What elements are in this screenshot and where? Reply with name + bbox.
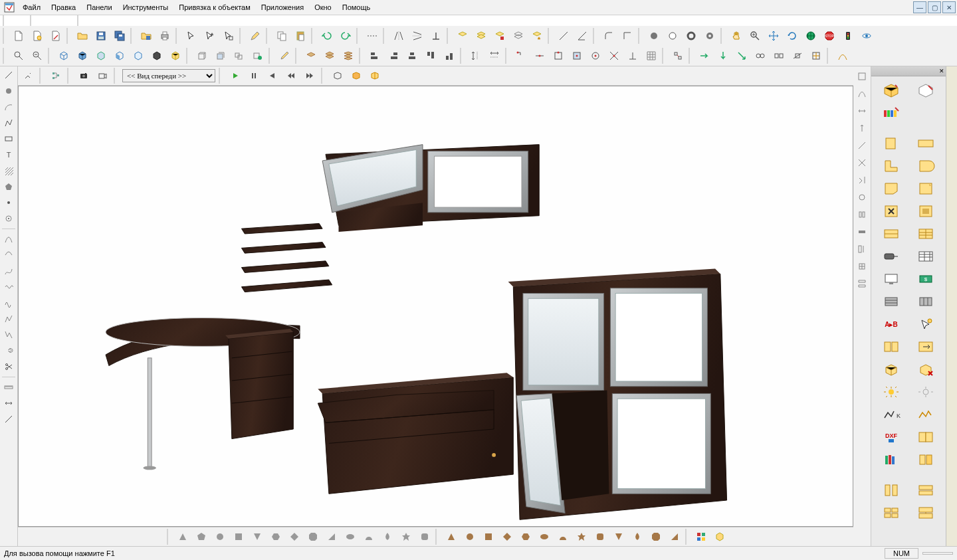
undo-icon[interactable] (318, 27, 336, 45)
new-doc-icon[interactable] (10, 27, 27, 45)
hand-pan-icon[interactable] (728, 27, 745, 45)
pal-rainbow-icon[interactable] (877, 103, 905, 123)
hatch-tool-icon[interactable] (1, 163, 17, 178)
zoom-out-icon[interactable] (29, 47, 46, 64)
wave1-icon[interactable] (1, 280, 17, 294)
text-tool-icon[interactable]: T (1, 147, 17, 162)
rn-10-icon[interactable] (854, 225, 870, 239)
rn-12-icon[interactable] (854, 259, 870, 274)
shape-half-icon[interactable] (360, 528, 377, 545)
menu-snap[interactable]: Привязка к объектам (173, 1, 256, 13)
shape-hex-icon[interactable] (267, 528, 284, 545)
snap-corner-icon[interactable] (512, 47, 530, 64)
stack3-icon[interactable] (340, 47, 357, 64)
shape-circle-icon[interactable] (211, 528, 229, 545)
pal-grid-icon[interactable] (877, 503, 905, 523)
snap-perp-icon[interactable] (624, 47, 641, 64)
zig2-icon[interactable] (1, 327, 17, 342)
palette-close-icon[interactable]: ✕ (939, 68, 944, 74)
menu-window[interactable]: Окно (309, 1, 337, 13)
sharp-corner-icon[interactable] (619, 27, 636, 45)
curve1-icon[interactable] (1, 232, 17, 246)
shape-dia-icon[interactable] (286, 528, 303, 545)
paste-icon[interactable] (292, 27, 309, 45)
scissors-icon[interactable] (1, 359, 17, 374)
pal-folder-panels-icon[interactable] (912, 450, 940, 470)
align-top-icon[interactable] (422, 47, 439, 64)
snap-grid-icon[interactable] (643, 47, 660, 64)
bshape-8-icon[interactable] (573, 528, 590, 545)
box-open-icon[interactable] (367, 68, 383, 84)
angle-line-icon[interactable] (574, 27, 591, 45)
bshape-6-icon[interactable] (536, 528, 553, 545)
stack2-icon[interactable] (321, 47, 338, 64)
circle-tool-icon[interactable] (1, 84, 17, 98)
rn-3-icon[interactable] (854, 104, 870, 118)
box-view-icon[interactable] (330, 68, 346, 84)
pal-tools-icon[interactable] (877, 201, 905, 221)
rn-6-icon[interactable] (854, 155, 870, 170)
save-all-icon[interactable] (111, 27, 128, 45)
pal-split-icon[interactable] (877, 337, 905, 357)
bshape-5-icon[interactable] (517, 528, 534, 545)
align-center-icon[interactable] (403, 47, 421, 64)
cursor-star-icon[interactable] (201, 27, 219, 45)
layer2-icon[interactable] (473, 27, 490, 45)
pal-ab-icon[interactable]: A▸B (877, 314, 905, 334)
globe-icon[interactable] (802, 27, 819, 45)
bshape-7-icon[interactable] (554, 528, 572, 545)
zig1-icon[interactable] (1, 312, 17, 326)
rn-7-icon[interactable] (854, 173, 870, 187)
pal-sun-icon[interactable] (877, 382, 905, 402)
spline-icon[interactable] (1, 264, 17, 278)
cube-half-icon[interactable] (92, 47, 110, 64)
explode-icon[interactable] (669, 47, 687, 64)
prev-icon[interactable] (265, 68, 280, 84)
line-tool-icon[interactable] (1, 68, 17, 82)
bshape-4-icon[interactable] (498, 528, 516, 545)
pal-money-icon[interactable]: $ (912, 269, 940, 289)
shape-tri1-icon[interactable] (174, 528, 191, 545)
misc5-icon[interactable] (834, 47, 851, 64)
bshape-12-icon[interactable] (647, 528, 665, 545)
shape-star-icon[interactable] (397, 528, 415, 545)
cube-yellow-icon[interactable] (167, 47, 184, 64)
pal-vsplit-icon[interactable] (877, 480, 905, 500)
snap-center-icon[interactable] (587, 47, 604, 64)
pal-box3d-icon[interactable] (877, 359, 905, 379)
fwd-icon[interactable] (302, 68, 318, 84)
tree-view-icon[interactable] (48, 68, 64, 84)
mirror-v-icon[interactable] (409, 27, 426, 45)
misc2-icon[interactable] (770, 47, 788, 64)
pal-box-yellow-icon[interactable] (877, 80, 905, 100)
pal-arrow-panel-icon[interactable] (912, 337, 940, 357)
arc-tool-icon[interactable] (1, 100, 17, 114)
wave2-icon[interactable] (1, 296, 17, 310)
open-folder-icon[interactable] (74, 27, 91, 45)
snap-face-icon[interactable] (568, 47, 585, 64)
round-corner-icon[interactable] (600, 27, 617, 45)
snap-edge-icon[interactable] (550, 47, 567, 64)
rn-2-icon[interactable] (854, 86, 870, 101)
box-globe-icon[interactable] (249, 47, 266, 64)
rn-4-icon[interactable] (854, 121, 870, 136)
pal-screen-icon[interactable] (877, 269, 905, 289)
traffic-icon[interactable] (839, 27, 857, 45)
cube-dark-icon[interactable] (148, 47, 165, 64)
save-folder-icon[interactable] (138, 27, 155, 45)
misc4-icon[interactable] (807, 47, 825, 64)
pal-panel-v-icon[interactable] (877, 134, 905, 153)
cursor-icon[interactable] (183, 27, 200, 45)
pal-hatch1-icon[interactable] (877, 292, 905, 312)
shape-rsq-icon[interactable] (416, 528, 433, 545)
misc3-icon[interactable] (789, 47, 806, 64)
new-doc-alt-icon[interactable] (29, 27, 46, 45)
play-icon[interactable] (227, 68, 243, 84)
pencil-icon[interactable] (247, 27, 264, 45)
shape-penta-icon[interactable] (193, 528, 210, 545)
bshape-13-icon[interactable] (666, 528, 683, 545)
donut-icon[interactable] (701, 27, 718, 45)
box-panel-icon[interactable] (212, 47, 229, 64)
polygon-tool-icon[interactable] (1, 179, 17, 194)
menu-help[interactable]: Помощь (337, 1, 376, 13)
